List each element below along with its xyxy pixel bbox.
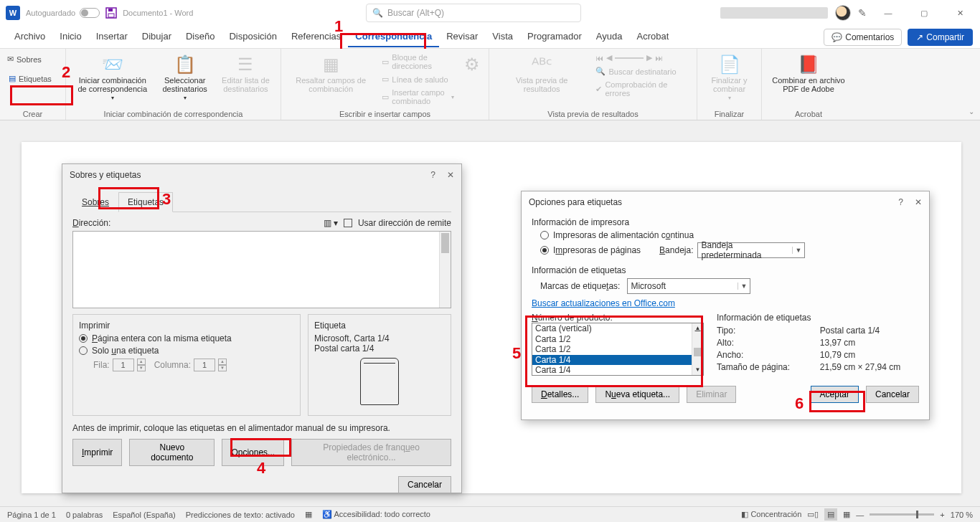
tab-etiquetas[interactable]: Etiquetas (118, 192, 173, 212)
group-crear-label: Crear (6, 108, 60, 120)
nueva-etiqueta-button[interactable]: Nueva etiqueta... (595, 386, 679, 403)
radio-continua[interactable]: Impresoras de alimentación continua (540, 230, 919, 240)
focus-mode-button[interactable]: ◧ Concentración (741, 510, 801, 519)
tab-insertar[interactable]: Insertar (89, 27, 135, 47)
nuevo-documento-button[interactable]: Nuevo documento (129, 439, 215, 466)
comments-label: Comentarios (845, 32, 894, 42)
list-item[interactable]: Carta 1/4 (532, 355, 703, 366)
propiedades-franqueo-button[interactable]: Propiedades de franqueo electrónico... (291, 439, 451, 466)
zoom-slider[interactable] (870, 513, 934, 516)
predictions-status[interactable]: Predicciones de texto: activado (186, 511, 295, 519)
web-layout-icon[interactable]: ▦ (843, 510, 850, 519)
read-mode-icon[interactable]: ▭▯ (807, 510, 819, 519)
label-preview-icon[interactable] (360, 358, 399, 405)
dialog-title: Sobres y etiquetas (70, 170, 141, 180)
combinar-pdf-button[interactable]: 📕 Combinar en archivo PDF de Adobe (768, 52, 849, 96)
tab-archivo[interactable]: Archivo (7, 27, 52, 47)
close-icon[interactable]: ✕ (447, 170, 454, 180)
cancelar-button[interactable]: Cancelar (866, 386, 919, 403)
maximize-button[interactable]: ▢ (910, 2, 938, 24)
group-acrobat-label: Acrobat (768, 108, 849, 120)
page-status[interactable]: Página 1 de 1 (7, 511, 56, 519)
tab-vista[interactable]: Vista (485, 27, 520, 47)
autosave-toggle[interactable]: Autoguardado (26, 8, 100, 18)
pagina-entera-label: Página entera con la misma etiqueta (92, 333, 232, 343)
marcas-combo[interactable]: Microsoft▼ (627, 278, 750, 294)
alto-value: 13,97 cm (820, 338, 919, 348)
iniciar-combinacion-button[interactable]: 📨 Iniciar combinación de correspondencia… (72, 52, 154, 104)
close-icon[interactable]: ✕ (915, 197, 922, 207)
word-count[interactable]: 0 palabras (66, 511, 103, 519)
tab-correspondencia[interactable]: Correspondencia (348, 27, 439, 47)
share-button[interactable]: ↗ Compartir (908, 29, 973, 46)
greeting-line-icon: ▭ (382, 75, 389, 84)
zoom-out-button[interactable]: — (856, 511, 864, 519)
etiquetas-label: Etiquetas (19, 75, 52, 83)
macro-icon[interactable]: ▦ (305, 510, 312, 519)
pdf-merge-icon: 📕 (798, 54, 819, 75)
address-book-icon[interactable]: ▥ ▾ (324, 218, 338, 228)
zoom-in-button[interactable]: + (940, 511, 944, 519)
pen-icon[interactable]: ✎ (858, 7, 867, 19)
aceptar-button[interactable]: Aceptar (811, 386, 859, 403)
label-icon: ▤ (9, 74, 16, 83)
tab-inicio[interactable]: Inicio (52, 27, 88, 47)
radio-pagina-entera[interactable]: Página entera con la misma etiqueta (79, 333, 294, 343)
bandeja-combo[interactable]: Bandeja predeterminada▼ (697, 242, 805, 258)
list-item[interactable]: Corto (532, 376, 703, 376)
radio-paginas[interactable]: Impresoras de páginas Bandeja: Bandeja p… (540, 242, 919, 258)
etiquetas-button[interactable]: ▤ Etiquetas (6, 70, 60, 87)
language-status[interactable]: Español (España) (113, 511, 175, 519)
user-avatar-icon[interactable] (835, 5, 851, 21)
search-input[interactable]: 🔍 Buscar (Alt+Q) (366, 4, 581, 22)
detalles-button[interactable]: Detalles... (532, 386, 588, 403)
merge-field-icon: ▭ (382, 92, 389, 102)
print-layout-icon[interactable]: ▤ (824, 508, 837, 521)
print-note: Antes de imprimir, coloque las etiquetas… (72, 423, 451, 433)
tab-diseño[interactable]: Diseño (179, 27, 222, 47)
list-item[interactable]: Carta (vertical) (532, 323, 703, 334)
imprimir-button[interactable]: Imprimir (72, 439, 122, 466)
tab-referencias[interactable]: Referencias (284, 27, 348, 47)
direccion-textarea[interactable] (72, 231, 451, 308)
accessibility-status[interactable]: ♿ Accesibilidad: todo correcto (322, 510, 430, 519)
scrollbar[interactable]: ▲▼ (692, 323, 703, 375)
sobres-button[interactable]: ✉ Sobres (6, 52, 60, 67)
user-name-badge[interactable] (720, 7, 828, 19)
tab-sobres[interactable]: Sobres (72, 192, 118, 212)
alto-label: Alto: (717, 338, 809, 348)
columna-input (194, 359, 215, 371)
tab-disposición[interactable]: Disposición (222, 27, 283, 47)
zoom-value[interactable]: 170 % (951, 511, 973, 519)
first-icon: ⏮ (595, 54, 603, 62)
usar-remite-checkbox[interactable] (344, 219, 352, 227)
toggle-off-icon[interactable] (80, 8, 100, 18)
nav-record: ⏮◀ ▶⏭ (593, 52, 691, 64)
insertar-campo-button: ▭Insertar campo combinado▾ (379, 87, 457, 107)
numero-producto-listbox[interactable]: Carta (vertical)Carta 1/2Carta 1/2Carta … (532, 323, 704, 376)
address-block-icon: ▭ (382, 57, 389, 67)
seleccionar-destinatarios-button[interactable]: 📋 Seleccionar destinatarios ▾ (158, 52, 212, 104)
help-icon[interactable]: ? (430, 170, 435, 180)
comments-button[interactable]: 💬 Comentarios (824, 29, 902, 46)
buscar-actualizaciones-link[interactable]: Buscar actualizaciones en Office.com (532, 298, 675, 308)
tab-programador[interactable]: Programador (520, 27, 589, 47)
cancelar-button[interactable]: Cancelar (398, 476, 451, 493)
scrollbar[interactable] (439, 232, 451, 308)
minimize-button[interactable]: — (874, 2, 903, 24)
tab-acrobat[interactable]: Acrobat (630, 27, 677, 47)
fila-label: Fila: (93, 360, 110, 370)
ribbon: ✉ Sobres ▤ Etiquetas Crear 📨 Iniciar com… (0, 49, 980, 120)
save-icon[interactable] (105, 7, 117, 19)
collapse-ribbon-icon[interactable]: ⌄ (969, 108, 974, 115)
list-item[interactable]: Carta 1/4 (532, 365, 703, 376)
tab-dibujar[interactable]: Dibujar (135, 27, 179, 47)
radio-solo-una[interactable]: Solo una etiqueta (79, 346, 294, 356)
opciones-button[interactable]: Opciones... (222, 439, 284, 466)
help-icon[interactable]: ? (898, 197, 903, 207)
list-item[interactable]: Carta 1/2 (532, 334, 703, 345)
tab-ayuda[interactable]: Ayuda (589, 27, 630, 47)
tab-revisar[interactable]: Revisar (439, 27, 485, 47)
list-item[interactable]: Carta 1/2 (532, 344, 703, 355)
close-button[interactable]: ✕ (946, 2, 974, 24)
